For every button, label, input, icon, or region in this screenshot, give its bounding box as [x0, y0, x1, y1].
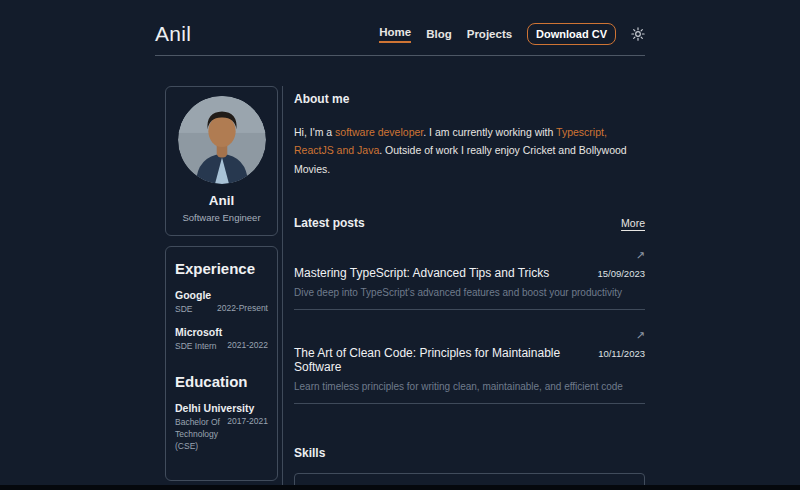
post-description: Dive deep into TypeScript's advanced fea…	[294, 287, 645, 298]
resume-card: Experience Google SDE 2022-Present Micro…	[165, 246, 278, 481]
post-title[interactable]: Mastering TypeScript: Advanced Tips and …	[294, 266, 549, 280]
page-container: Anil Home Blog Projects Download CV	[155, 0, 645, 490]
profile-card: Anil Software Engineer	[165, 86, 278, 236]
post-title[interactable]: The Art of Clean Code: Principles for Ma…	[294, 346, 588, 374]
about-heading: About me	[294, 92, 645, 106]
experience-entry: Google SDE 2022-Present	[175, 289, 268, 315]
experience-heading: Experience	[175, 260, 268, 277]
nav-item-blog[interactable]: Blog	[426, 28, 452, 40]
main-nav: Home Blog Projects Download CV	[379, 23, 645, 45]
post-date: 15/09/2023	[597, 268, 645, 279]
about-text-segment: . I am currently working with	[423, 126, 556, 138]
about-paragraph: Hi, I'm a software developer. I am curre…	[294, 123, 645, 178]
main-layout: Anil Software Engineer Experience Google…	[155, 86, 645, 490]
site-logo[interactable]: Anil	[155, 22, 191, 46]
education-degree: Bachelor Of Technology (CSE)	[175, 416, 227, 453]
sun-icon	[631, 27, 645, 41]
software-developer-link[interactable]: software developer	[335, 126, 423, 138]
sidebar: Anil Software Engineer Experience Google…	[155, 86, 282, 490]
skills-heading: Skills	[294, 446, 645, 460]
site-header: Anil Home Blog Projects Download CV	[155, 0, 645, 56]
main-content: About me Hi, I'm a software developer. I…	[282, 86, 645, 490]
nav-item-home[interactable]: Home	[379, 26, 411, 43]
profile-photo	[178, 96, 266, 184]
download-cv-button[interactable]: Download CV	[527, 23, 616, 45]
experience-role: SDE	[175, 303, 192, 315]
education-school: Delhi University	[175, 402, 268, 414]
experience-period: 2022-Present	[217, 303, 268, 313]
post-date: 10/11/2023	[598, 348, 645, 359]
window-bottom-edge	[0, 485, 800, 490]
external-arrow-icon: ↗	[294, 330, 645, 341]
education-period: 2017-2021	[227, 416, 268, 426]
about-text-segment: Hi, I'm a	[294, 126, 335, 138]
experience-entry: Microsoft SDE Intern 2021-2022	[175, 326, 268, 352]
post-description: Learn timeless principles for writing cl…	[294, 381, 645, 392]
profile-name: Anil	[172, 193, 271, 208]
experience-company: Google	[175, 289, 268, 301]
post-item[interactable]: ↗ Mastering TypeScript: Advanced Tips an…	[294, 250, 645, 310]
nav-item-projects[interactable]: Projects	[467, 28, 512, 40]
theme-toggle-button[interactable]	[631, 27, 645, 41]
post-item[interactable]: ↗ The Art of Clean Code: Principles for …	[294, 330, 645, 404]
external-arrow-icon: ↗	[294, 250, 645, 261]
experience-role: SDE Intern	[175, 340, 217, 352]
experience-company: Microsoft	[175, 326, 268, 338]
more-posts-link[interactable]: More	[621, 217, 645, 229]
education-entry: Delhi University Bachelor Of Technology …	[175, 402, 268, 453]
posts-header: Latest posts More	[294, 216, 645, 230]
latest-posts-heading: Latest posts	[294, 216, 365, 230]
experience-period: 2021-2022	[227, 340, 268, 350]
profile-job-title: Software Engineer	[172, 212, 271, 223]
education-heading: Education	[175, 373, 268, 390]
